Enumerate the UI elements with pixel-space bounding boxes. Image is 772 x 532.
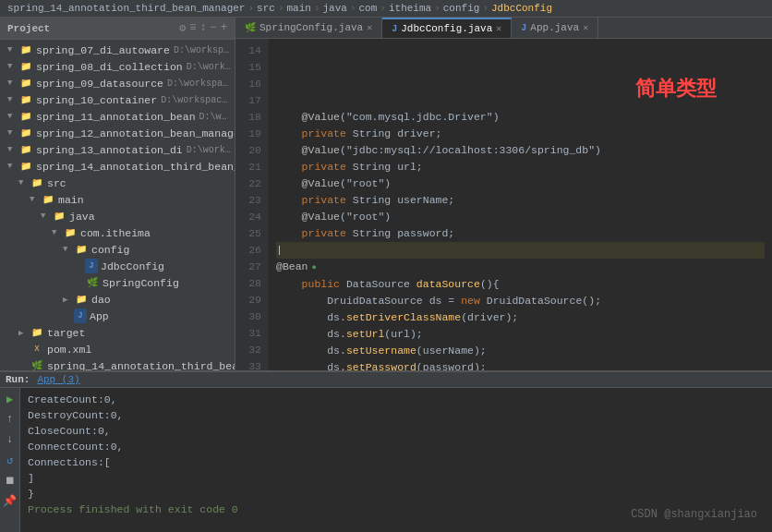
tree-item[interactable]: ▼ 📁 java	[0, 208, 235, 224]
run-play-button[interactable]: ▶	[3, 392, 18, 406]
tree-item[interactable]: ▼ 📁 src	[0, 175, 235, 191]
app-tab-label: App.java	[530, 22, 579, 33]
tree-item[interactable]: ▼ 📁 config	[0, 241, 235, 258]
tree-item-path: D:\workspace\spri...	[174, 45, 231, 55]
code-line: public DataSource dataSource(){	[276, 276, 765, 293]
tab-app[interactable]: J App.java ✕	[512, 18, 598, 38]
line-number: 28	[243, 275, 261, 292]
tree-arrow: ▶	[63, 295, 74, 305]
line-number: 25	[243, 225, 261, 242]
tree-arrow: ▼	[7, 162, 18, 171]
list-icon[interactable]: ≡	[189, 21, 196, 35]
tree-item[interactable]: ▶ 📁 dao	[0, 291, 235, 308]
breadcrumb-item-7[interactable]: config	[443, 3, 480, 14]
folder-icon: 📁	[18, 42, 33, 57]
line-numbers: 1415161718192021222324252627282930313233	[235, 39, 269, 370]
run-sidebar-tools: ▶ ↑ ↓ ↺ ⏹ 📌	[0, 388, 20, 532]
tree-item-label: App	[90, 310, 109, 322]
code-content[interactable]: 简单类型 @Value("com.mysql.jdbc.Driver") pri…	[269, 39, 772, 370]
sidebar-header: Project ⚙ ≡ ↕ − +	[0, 18, 235, 40]
line-number: 21	[243, 159, 261, 175]
run-down-button[interactable]: ↓	[3, 432, 18, 447]
breadcrumb-item-3[interactable]: main	[286, 3, 310, 14]
project-tree: ▼ 📁 spring_07_di_autoware D:\workspace\s…	[0, 40, 235, 370]
folder-icon: 📁	[18, 109, 33, 124]
spring-config-tab-label: SpringConfig.java	[259, 22, 363, 33]
tree-item[interactable]: 🌿 spring_14_annotation_third_bean_manage…	[0, 357, 235, 370]
tree-item-label: SpringConfig	[103, 277, 179, 289]
tree-arrow: ▼	[7, 62, 18, 71]
run-stop-button[interactable]: ⏹	[3, 473, 18, 488]
breadcrumb: spring_14_annotation_third_bean_manager …	[0, 0, 772, 18]
tree-item[interactable]: ▼ 📁 spring_12_annotation_bean_manager D:…	[0, 125, 235, 141]
tree-arrow: ▼	[63, 245, 74, 254]
jdbc-config-close-icon[interactable]: ✕	[496, 23, 501, 34]
breadcrumb-item-2[interactable]: src	[257, 3, 275, 14]
folder-icon: 📁	[18, 126, 33, 140]
code-line: ds.setUrl(url);	[276, 326, 765, 343]
line-number: 32	[243, 342, 261, 358]
tree-item[interactable]: ▶ 📁 target	[0, 324, 235, 341]
code-line: @Value("root")	[276, 175, 765, 192]
tree-item-label: spring_11_annotation_bean	[36, 111, 196, 123]
sort-icon[interactable]: ↕	[199, 21, 206, 35]
tree-arrow: ▼	[7, 112, 18, 121]
tree-item[interactable]: ▼ 📁 spring_09_datasource D:\workspace\sp…	[0, 75, 235, 91]
run-rerun-button[interactable]: ↺	[3, 453, 18, 467]
tree-item[interactable]: ▼ 📁 spring_13_annotation_di D:\workspace…	[0, 141, 235, 158]
line-number: 19	[243, 126, 261, 142]
line-number: 33	[243, 358, 261, 370]
line-number: 23	[243, 192, 261, 209]
output-line: }	[28, 486, 765, 502]
code-line: @Value("jdbc:mysql://localhost:3306/spri…	[276, 142, 765, 159]
run-tab[interactable]: App (3)	[37, 374, 79, 385]
tree-item[interactable]: ▼ 📁 spring_07_di_autoware D:\workspace\s…	[0, 42, 235, 58]
tree-item[interactable]: ▼ 📁 main	[0, 191, 235, 208]
jdbc-config-tab-label: JdbcConfig.java	[401, 23, 492, 34]
output-line: CloseCount:0,	[28, 423, 765, 439]
app-close-icon[interactable]: ✕	[583, 22, 588, 33]
tree-item[interactable]: X pom.xml	[0, 341, 235, 357]
tree-item[interactable]: J App	[0, 308, 235, 324]
settings-icon[interactable]: ⚙	[179, 21, 186, 35]
tree-item[interactable]: ▼ 📁 com.itheima	[0, 224, 235, 241]
spring-config-tab-icon: 🌿	[245, 22, 256, 33]
output-line: ConnectCount:0,	[28, 439, 765, 454]
line-number: 30	[243, 308, 261, 325]
tree-item[interactable]: ▼ 📁 spring_08_di_collection D:\workspace…	[0, 58, 235, 75]
breadcrumb-item-8[interactable]: JdbcConfig	[491, 3, 552, 14]
tab-bar: 🌿 SpringConfig.java ✕ J JdbcConfig.java …	[235, 18, 772, 39]
spring-config-close-icon[interactable]: ✕	[367, 22, 372, 33]
line-number: 26	[243, 242, 261, 259]
folder-icon: 📁	[41, 192, 55, 207]
tree-arrow: ▶	[18, 328, 30, 338]
output-line: DestroyCount:0,	[28, 407, 765, 423]
editor-area: 🌿 SpringConfig.java ✕ J JdbcConfig.java …	[235, 18, 772, 370]
code-line: private String url;	[276, 159, 765, 175]
tree-arrow: ▼	[7, 145, 18, 154]
folder-icon: 📁	[18, 92, 33, 107]
code-editor[interactable]: 1415161718192021222324252627282930313233…	[235, 39, 772, 370]
breadcrumb-item-6[interactable]: itheima	[389, 3, 431, 14]
tab-jdbc-config[interactable]: J JdbcConfig.java ✕	[382, 18, 512, 38]
tree-arrow: ▼	[52, 228, 63, 237]
tree-item[interactable]: ▼ 📁 spring_11_annotation_bean D:\workspa…	[0, 108, 235, 125]
line-number: 17	[243, 92, 261, 109]
breadcrumb-item-5[interactable]: com	[359, 3, 378, 14]
tab-spring-config[interactable]: 🌿 SpringConfig.java ✕	[235, 18, 382, 38]
run-up-button[interactable]: ↑	[3, 412, 18, 427]
code-line: ds.setUsername(userName);	[276, 343, 765, 359]
run-pin-button[interactable]: 📌	[3, 493, 18, 508]
collapse-icon[interactable]: −	[211, 21, 217, 35]
tree-item[interactable]: 🌿 SpringConfig	[0, 274, 235, 291]
breadcrumb-item-1[interactable]: spring_14_annotation_third_bean_manager	[7, 3, 245, 14]
folder-icon: 📁	[74, 242, 89, 257]
tree-item[interactable]: ▼ 📁 spring_14_annotation_third_bean_mana…	[0, 158, 235, 175]
breadcrumb-item-4[interactable]: java	[323, 3, 347, 14]
tree-item[interactable]: J JdbcConfig	[0, 258, 235, 274]
folder-icon: 📁	[52, 209, 66, 224]
tree-item[interactable]: ▼ 📁 spring_10_container D:\workspace\spr…	[0, 91, 235, 108]
app-tab-icon: J	[521, 23, 526, 33]
expand-icon[interactable]: +	[221, 21, 227, 35]
line-number: 18	[243, 109, 261, 126]
